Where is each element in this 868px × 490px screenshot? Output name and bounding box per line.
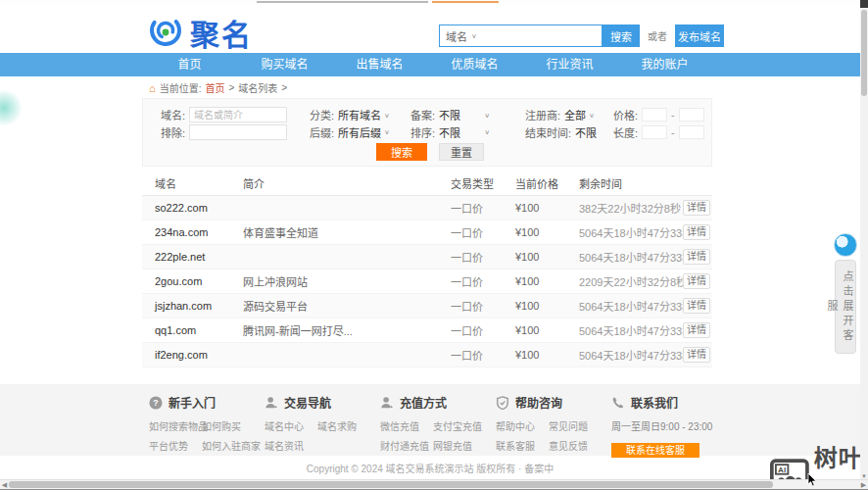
- filter-length: 长度: -: [613, 124, 704, 140]
- filter-domain: 域名:: [161, 107, 287, 122]
- cell-desc: 源码交易平台: [230, 298, 438, 314]
- footer-link[interactable]: 帮助中心: [496, 418, 549, 433]
- cell-domain[interactable]: 2gou.com: [142, 275, 230, 287]
- footer-link[interactable]: 微信充值: [380, 418, 433, 433]
- scroll-left-arrow[interactable]: ◀: [0, 480, 9, 490]
- filter-suffix-select[interactable]: 所有后缀 ∨: [338, 124, 390, 140]
- chevron-down-icon: ∨: [484, 128, 490, 135]
- cell-price: ¥100: [503, 226, 566, 238]
- cell-domain[interactable]: 234na.com: [142, 226, 230, 238]
- vertical-scrollbar[interactable]: ▼: [860, 0, 868, 480]
- horizontal-scrollbar-thumb[interactable]: [9, 481, 773, 488]
- footer-link[interactable]: 如何入驻商家: [202, 438, 265, 453]
- filter-registrar-value: 全部: [564, 107, 586, 122]
- phone-icon: [611, 396, 625, 410]
- contact-online-service-button[interactable]: 联系在线客服: [611, 443, 699, 458]
- footer-link[interactable]: 域名中心: [265, 418, 317, 433]
- nav-item-buy-domains[interactable]: 购买域名: [237, 53, 332, 76]
- chevron-down-icon: ∨: [384, 111, 390, 118]
- chevron-down-icon: ∨: [471, 32, 477, 39]
- filter-registrar: 注册商: 全部 ∨: [525, 107, 595, 122]
- detail-button[interactable]: 详情: [683, 273, 710, 289]
- footer-link[interactable]: 财付通充值: [380, 438, 433, 453]
- cell-time: 5064天18小时47分33秒: [566, 224, 683, 240]
- filter-reset-button[interactable]: 重置: [439, 143, 484, 161]
- detail-button[interactable]: 详情: [683, 200, 710, 216]
- filter-sort-label: 排序:: [410, 124, 435, 140]
- cell-domain[interactable]: so222.com: [142, 202, 230, 214]
- nav-item-my-account[interactable]: 我的账户: [617, 53, 712, 76]
- footer-link[interactable]: 联系客服: [496, 438, 549, 453]
- scroll-up-arrow[interactable]: [860, 0, 868, 8]
- nav-item-home[interactable]: 首页: [142, 53, 237, 76]
- footer-link[interactable]: 常见问题: [549, 418, 611, 433]
- header: 聚名 域名 ∨ 搜索 或者 发布域名: [0, 4, 860, 53]
- filter-registrar-select[interactable]: 全部 ∨: [564, 107, 595, 122]
- footer-link[interactable]: 平台优势: [149, 438, 202, 453]
- cell-type: 一口价: [438, 322, 503, 338]
- nav-item-industry-news[interactable]: 行业资讯: [522, 53, 617, 76]
- footer-col-title: 新手入门: [169, 394, 216, 411]
- breadcrumb-home-link[interactable]: 首页: [205, 80, 224, 95]
- col-header-domain: 域名: [142, 175, 230, 191]
- search-box: 域名 ∨: [439, 24, 603, 47]
- filter-exclude-input[interactable]: [189, 124, 287, 140]
- cell-domain[interactable]: jsjzhan.com: [142, 300, 230, 312]
- search-input[interactable]: [483, 26, 602, 45]
- detail-button[interactable]: 详情: [683, 249, 710, 265]
- scroll-right-arrow[interactable]: ▶: [859, 480, 868, 490]
- detail-button[interactable]: 详情: [683, 347, 710, 363]
- filter-buttons: 搜索 重置: [143, 143, 711, 161]
- expand-service-tab[interactable]: 点击展开客服: [835, 260, 856, 354]
- cell-domain[interactable]: 222ple.net: [142, 251, 230, 263]
- table-row: 234na.com 体育盛事全知道 一口价 ¥100 5064天18小时47分3…: [142, 220, 712, 245]
- filter-endtime-select[interactable]: 不限 ∨: [575, 124, 618, 140]
- footer-link[interactable]: 如何搜索物品: [149, 418, 202, 433]
- detail-button[interactable]: 详情: [683, 298, 710, 314]
- cell-domain[interactable]: if2eng.com: [142, 349, 230, 361]
- logo[interactable]: 聚名: [147, 11, 253, 54]
- filter-beian-select[interactable]: 不限 ∨: [439, 107, 490, 122]
- filter-row-1: 域名: 分类: 所有域名 ∨ 备案: 不限 ∨ 注册商: 全: [143, 107, 711, 122]
- search-category-select[interactable]: 域名 ∨: [440, 25, 483, 46]
- header-search-button[interactable]: 搜索: [603, 24, 640, 47]
- customer-service-icon[interactable]: [834, 233, 857, 257]
- footer-col-trade-nav: 交易导航 域名中心 域名求购 域名资讯: [265, 394, 380, 458]
- filter-category-label: 分类:: [310, 107, 334, 122]
- footer-col-title: 帮助咨询: [515, 394, 562, 411]
- filter-domain-input[interactable]: [189, 107, 287, 122]
- filter-sort-select[interactable]: 不限 ∨: [439, 124, 490, 140]
- filter-category-value: 所有域名: [338, 107, 381, 122]
- detail-button[interactable]: 详情: [683, 224, 710, 240]
- shield-icon: [496, 396, 509, 410]
- filter-category-select[interactable]: 所有域名 ∨: [338, 107, 390, 122]
- nav-item-sell-domains[interactable]: 出售域名: [332, 53, 427, 76]
- chevron-down-icon: ∨: [484, 111, 490, 118]
- nav-item-premium-domains[interactable]: 优质域名: [427, 53, 522, 76]
- filter-length-max-input[interactable]: [679, 125, 704, 139]
- cell-domain[interactable]: qq1.com: [142, 324, 230, 336]
- footer-col-title: 联系我们: [631, 394, 678, 411]
- filter-price-max-input[interactable]: [679, 108, 704, 122]
- filter-price-min-input[interactable]: [642, 108, 667, 122]
- vertical-scrollbar-thumb[interactable]: [861, 10, 867, 96]
- filter-endtime: 结束时间: 不限 ∨: [525, 124, 618, 140]
- footer-link[interactable]: 网银充值: [433, 438, 496, 453]
- footer-link[interactable]: 意见反馈: [549, 438, 611, 453]
- cell-type: 一口价: [438, 224, 503, 240]
- detail-button[interactable]: 详情: [683, 322, 710, 338]
- footer-link[interactable]: 如何购买: [202, 418, 265, 433]
- search-category-value: 域名: [446, 28, 467, 44]
- filter-length-min-input[interactable]: [642, 125, 667, 139]
- cell-time: 5064天18小时47分33秒: [566, 249, 683, 265]
- horizontal-scrollbar[interactable]: ◀ ▶: [0, 479, 868, 489]
- filter-search-button[interactable]: 搜索: [376, 143, 427, 161]
- filter-suffix: 后缀: 所有后缀 ∨: [310, 124, 390, 140]
- header-search: 域名 ∨ 搜索 或者 发布域名: [439, 24, 724, 47]
- announcement-link-fragment: [432, 1, 499, 3]
- footer-link[interactable]: 支付宝充值: [433, 418, 496, 433]
- footer-link[interactable]: 域名求购: [317, 418, 380, 433]
- footer-link[interactable]: 域名资讯: [265, 438, 317, 453]
- publish-domain-button[interactable]: 发布域名: [675, 24, 724, 47]
- table-row: qq1.com 腾讯网-新闻一网打尽... 一口价 ¥100 5064天18小时…: [142, 318, 712, 343]
